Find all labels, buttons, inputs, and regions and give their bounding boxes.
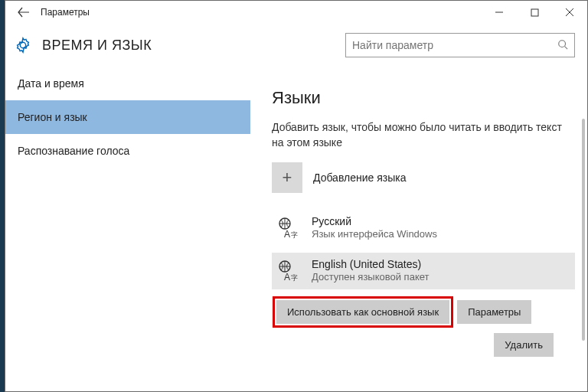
language-item-english[interactable]: A 字 English (United States) Доступен язы… — [272, 253, 575, 289]
page-title: Языки — [272, 88, 575, 108]
search-icon — [557, 39, 568, 52]
header: ВРЕМЯ И ЯЗЫК — [5, 24, 587, 67]
svg-rect-1 — [531, 9, 538, 16]
language-item-russian[interactable]: A 字 Русский Язык интерфейса Windows — [272, 210, 575, 247]
sidebar-item-speech[interactable]: Распознавание голоса — [5, 134, 250, 168]
remove-button[interactable]: Удалить — [494, 333, 554, 357]
plus-icon: + — [272, 162, 302, 193]
close-button[interactable] — [552, 1, 587, 24]
language-name: Русский — [312, 214, 437, 228]
language-icon: A 字 — [275, 257, 302, 285]
language-subtitle: Язык интерфейса Windows — [312, 228, 437, 241]
svg-text:字: 字 — [291, 274, 298, 282]
language-subtitle: Доступен языковой пакет — [312, 271, 429, 284]
maximize-button[interactable] — [517, 1, 552, 24]
add-language-row[interactable]: + Добавление языка — [272, 162, 575, 193]
window-title: Параметры — [36, 7, 90, 18]
back-button[interactable] — [11, 1, 36, 24]
page-description: Добавить язык, чтобы можно было читать и… — [272, 120, 563, 150]
section-title: ВРЕМЯ И ЯЗЫК — [42, 38, 152, 54]
sidebar-item-date-time[interactable]: Дата и время — [5, 67, 250, 100]
add-language-label: Добавление языка — [313, 172, 407, 184]
options-button[interactable]: Параметры — [457, 300, 531, 324]
sidebar-item-label: Регион и язык — [18, 111, 87, 123]
search-input[interactable] — [352, 39, 557, 51]
sidebar-item-region-language[interactable]: Регион и язык — [5, 100, 250, 134]
sidebar: Дата и время Регион и язык Распознавание… — [5, 67, 250, 391]
minimize-button[interactable] — [482, 1, 517, 24]
window-controls — [482, 1, 587, 24]
language-actions: Использовать как основной язык Параметры — [276, 300, 575, 324]
sidebar-item-label: Распознавание голоса — [18, 145, 129, 157]
titlebar: Параметры — [5, 1, 587, 24]
gear-icon — [15, 37, 31, 54]
language-name: English (United States) — [312, 257, 429, 271]
language-icon: A 字 — [275, 214, 302, 242]
svg-text:字: 字 — [291, 231, 298, 239]
svg-text:A: A — [284, 229, 290, 240]
scrollbar[interactable] — [581, 67, 586, 388]
body: Дата и время Регион и язык Распознавание… — [5, 67, 587, 391]
search-box[interactable] — [345, 33, 575, 57]
scrollbar-thumb[interactable] — [582, 119, 585, 341]
svg-line-3 — [565, 46, 568, 49]
svg-text:A: A — [284, 272, 290, 283]
sidebar-item-label: Дата и время — [18, 77, 84, 90]
content-pane: Языки Добавить язык, чтобы можно было чи… — [250, 67, 587, 391]
settings-window: Параметры ВРЕМЯ И ЯЗЫК Дат — [5, 0, 588, 392]
language-actions-row2: Удалить — [272, 333, 575, 357]
set-default-button[interactable]: Использовать как основной язык — [276, 300, 449, 324]
svg-point-2 — [559, 40, 566, 47]
